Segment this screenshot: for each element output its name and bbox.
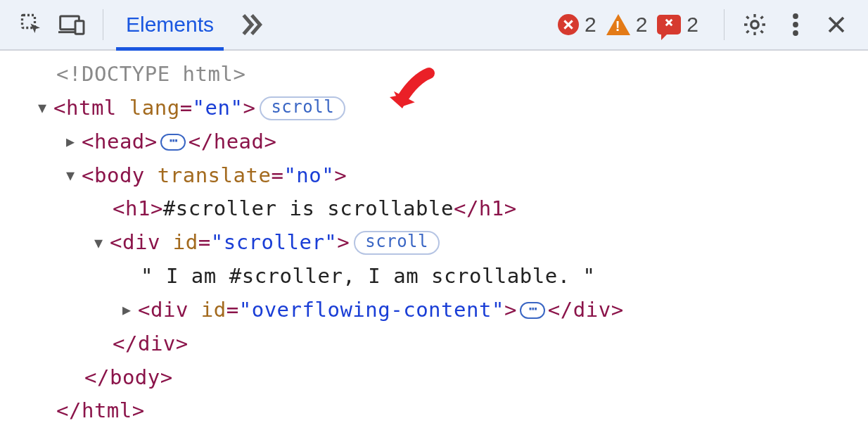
dom-div-scroller-close[interactable]: </div>	[28, 327, 868, 361]
warning-icon	[606, 14, 630, 35]
issues-count[interactable]: 2	[657, 13, 698, 37]
expand-toggle[interactable]: ▼	[94, 232, 110, 255]
issues-count-value: 2	[687, 13, 698, 37]
dom-body-open[interactable]: ▼ <body translate="no">	[28, 159, 868, 193]
warnings-count[interactable]: 2	[606, 13, 648, 37]
tab-elements[interactable]: Elements	[116, 0, 224, 49]
error-icon	[558, 14, 579, 35]
expand-toggle[interactable]: ▼	[38, 96, 53, 120]
ellipsis-icon[interactable]: ⋯	[520, 302, 545, 319]
console-counts: 2 2 2	[558, 13, 698, 37]
expand-toggle[interactable]: ▶	[66, 130, 82, 153]
device-toggle-icon[interactable]	[55, 7, 90, 42]
ellipsis-icon[interactable]: ⋯	[160, 134, 186, 151]
dom-div-overflow[interactable]: ▶ <div id="overflowing-content"> ⋯ </div…	[28, 294, 868, 327]
more-tabs-button[interactable]	[238, 11, 266, 39]
dom-html-open[interactable]: ▼ <html lang="en"> scroll	[28, 92, 868, 125]
settings-button[interactable]	[737, 7, 772, 42]
dom-doctype[interactable]: <!DOCTYPE html>	[28, 58, 868, 92]
close-button[interactable]	[819, 7, 854, 42]
errors-count[interactable]: 2	[558, 13, 596, 37]
dom-head[interactable]: ▶ <head> ⋯ </head>	[28, 125, 868, 159]
elements-tree[interactable]: <!DOCTYPE html> ▼ <html lang="en"> scrol…	[0, 51, 868, 428]
dom-html-close[interactable]: </html>	[28, 394, 868, 428]
warnings-count-value: 2	[636, 13, 648, 37]
separator	[724, 9, 725, 40]
svg-point-5	[793, 13, 798, 19]
scroll-badge[interactable]: scroll	[354, 231, 440, 255]
separator	[103, 9, 103, 40]
svg-point-4	[751, 21, 759, 29]
dom-text-node[interactable]: " I am #scroller, I am scrollable. "	[28, 260, 868, 294]
dom-div-scroller-open[interactable]: ▼ <div id="scroller"> scroll	[28, 226, 868, 260]
devtools-toolbar: Elements 2 2 2	[0, 0, 868, 51]
expand-toggle[interactable]: ▶	[122, 298, 138, 322]
scroll-badge[interactable]: scroll	[260, 96, 345, 120]
inspect-icon[interactable]	[14, 7, 49, 42]
more-options-button[interactable]	[778, 7, 813, 42]
svg-point-6	[793, 22, 798, 27]
issue-icon	[657, 15, 681, 34]
expand-toggle[interactable]: ▼	[66, 164, 82, 187]
errors-count-value: 2	[585, 13, 596, 37]
svg-point-7	[793, 30, 798, 36]
dom-body-close[interactable]: </body>	[28, 361, 868, 395]
dom-h1[interactable]: <h1>#scroller is scrollable</h1>	[28, 192, 868, 226]
svg-rect-3	[75, 21, 84, 34]
